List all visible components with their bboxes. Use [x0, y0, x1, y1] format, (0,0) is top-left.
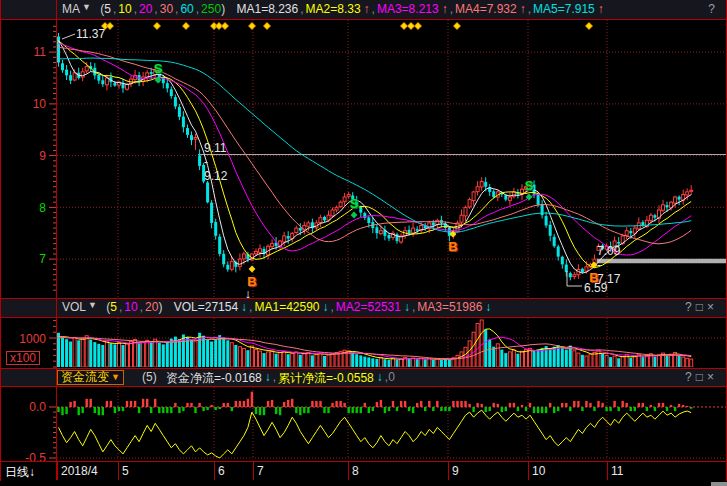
indicator-value: MA3=8.213 [377, 2, 439, 16]
ma-60-line [59, 58, 692, 232]
time-axis: 日线↓ 2018/4567891011 [0, 461, 727, 483]
event-diamond-icon [585, 22, 592, 29]
time-tick-label: 5 [122, 464, 129, 478]
fundflow-button-label: 资金流变 [61, 370, 109, 384]
signal-marker-b: B [448, 239, 457, 254]
month-separator [348, 462, 349, 480]
event-diamond-icon [263, 22, 270, 29]
month-separator [448, 462, 449, 480]
trend-arrow-icon: ↑ [520, 2, 526, 16]
month-separator [607, 462, 608, 480]
event-diamond-icon [400, 22, 407, 29]
param-value: 10 [118, 2, 131, 16]
price-annotation: 9.11 - 9.12 [204, 141, 227, 183]
param-value: 20 [145, 300, 158, 314]
time-tick-label: 7 [257, 464, 264, 478]
fundflow-indicator-header: 资金流变▼ (5) 资金净流=-0.0168↓,累计净流=-0.0558↓,0 … [0, 368, 727, 387]
fund-values: 资金净流=-0.0168↓,累计净流=-0.0558↓,0 [166, 370, 397, 384]
time-tick-label: 2018/4 [61, 464, 98, 478]
time-tick-label: 10 [532, 464, 545, 478]
indicator-value: 累计净流=-0.0558 [278, 371, 374, 385]
chevron-down-icon: ▼ [88, 300, 97, 310]
month-separator [528, 462, 529, 480]
period-selector[interactable]: 日线↓ [5, 464, 35, 481]
event-diamond-icon [182, 22, 189, 29]
vol-dropdown[interactable]: VOL▼ [62, 300, 100, 314]
trend-arrow-icon: ↓ [241, 300, 247, 314]
fund-bars-group [57, 392, 692, 416]
event-diamond-icon [407, 22, 414, 29]
param-value: 60 [180, 2, 193, 16]
trend-arrow-icon: ↓ [265, 370, 271, 384]
axis-border [56, 0, 57, 461]
signal-marker-s: S [154, 61, 163, 76]
annotation-connector [62, 34, 75, 39]
volume-indicator-header: VOL▼ (5,10,20) VOL=27154↓,MA1=42590↓,MA2… [0, 298, 727, 318]
param-value: 250 [201, 2, 221, 16]
ma-params: (5,10,20,30,60,250) [100, 2, 225, 16]
chevron-down-icon: ▼ [111, 372, 120, 382]
indicator-value: MA1=42590 [254, 300, 319, 314]
trend-arrow-icon: ↑ [442, 2, 448, 16]
event-markers-group [101, 22, 592, 29]
month-separator [57, 462, 58, 480]
price-annotation: 7.09 - 7.17 [597, 244, 620, 286]
minimize-icon[interactable]: □ [696, 370, 707, 384]
help-icon[interactable]: ? [685, 370, 696, 384]
month-separator [253, 462, 254, 480]
indicator-value: MA5=7.915 [533, 2, 595, 16]
minimize-icon[interactable]: □ [696, 300, 707, 314]
event-diamond-icon [106, 22, 113, 29]
indicator-value: MA2=52531 [336, 300, 401, 314]
ma-indicator-label: MA [62, 2, 80, 16]
ma-dropdown[interactable]: MA▼ [62, 2, 94, 16]
time-tick-label: 6 [218, 464, 225, 478]
event-diamond-icon [153, 22, 160, 29]
param-value: 10 [124, 300, 137, 314]
event-diamond-icon [414, 22, 421, 29]
fundflow-dropdown-button[interactable]: 资金流变▼ [57, 370, 124, 385]
trend-arrow-icon: ↓ [323, 300, 329, 314]
price-annotation: 11.37 [76, 27, 105, 41]
help-icon[interactable]: ? [685, 300, 696, 314]
resize-grip[interactable] [711, 482, 727, 486]
event-diamond-icon [248, 22, 255, 29]
event-diamond-icon [221, 22, 228, 29]
chevron-down-icon: ▼ [82, 2, 91, 12]
volume-bars-group [57, 320, 693, 367]
bottom-strip [0, 482, 727, 486]
vol-values: VOL=27154↓,MA1=42590↓,MA2=52531↓,MA3=519… [174, 300, 492, 314]
signal-marker-s: S [525, 178, 534, 193]
time-tick-label: 11 [611, 464, 623, 478]
main-indicator-header: MA▼ (5,10,20,30,60,250) MA1=8.236,MA2=8.… [0, 0, 727, 20]
trend-arrow-icon: ↓ [404, 300, 410, 314]
close-icon[interactable]: × [707, 300, 718, 314]
time-tick-label: 9 [452, 464, 459, 478]
trend-arrow-icon: ↑ [598, 2, 604, 16]
ma-values: MA1=8.236,MA2=8.33↑,MA3=8.213↑,MA4=7.932… [236, 2, 603, 16]
gridlines [57, 20, 726, 459]
period-label: 日线 [5, 465, 29, 479]
signal-marker-s: S [350, 196, 359, 211]
indicator-value: MA1=8.236 [236, 2, 298, 16]
param-value: 5 [104, 2, 111, 16]
param-value: 30 [160, 2, 173, 16]
trend-arrow-icon: ↓ [485, 300, 491, 314]
indicator-value: VOL=27154 [174, 300, 238, 314]
help-icon[interactable]: ? [708, 2, 719, 16]
signal-marker-b: B [589, 270, 598, 285]
chart-canvas[interactable] [0, 0, 727, 486]
arrow-down-icon: ↓ [29, 465, 35, 479]
left-border [0, 0, 1, 481]
vol-params: (5,10,20) [106, 300, 162, 314]
trend-arrow-icon: ↓ [377, 370, 383, 384]
month-separator [214, 462, 215, 480]
indicator-value: MA4=7.932 [455, 2, 517, 16]
param-value: 5 [110, 300, 117, 314]
indicator-value: MA2=8.33 [306, 2, 361, 16]
indicator-value: MA3=51986 [417, 300, 482, 314]
close-icon[interactable]: × [707, 370, 718, 384]
fund-params: (5) [142, 370, 157, 384]
time-tick-label: 8 [352, 464, 359, 478]
ma-30-line [59, 47, 692, 243]
